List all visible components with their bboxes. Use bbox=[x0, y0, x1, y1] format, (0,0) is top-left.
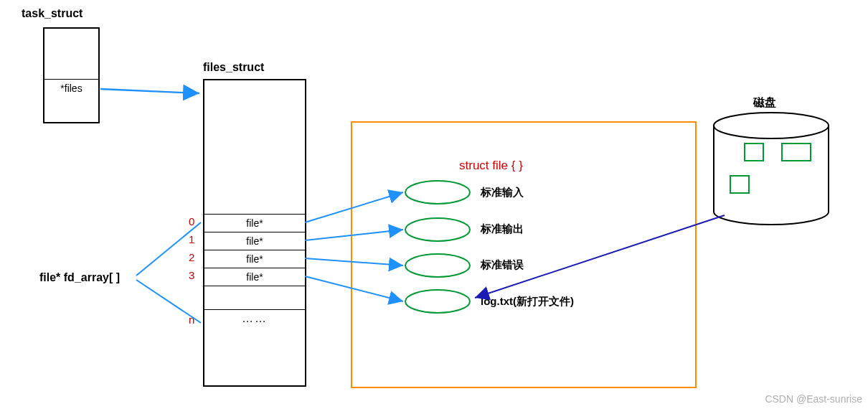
svg-point-0 bbox=[714, 113, 829, 138]
task-struct-box: *files bbox=[43, 27, 100, 123]
fd-row-1: file* bbox=[204, 232, 305, 250]
ellipse-stdout bbox=[405, 218, 470, 241]
disk-icon bbox=[714, 113, 829, 225]
ellipse-stderr bbox=[405, 254, 470, 277]
arrow-fd3 bbox=[305, 276, 403, 301]
fd-index-0: 0 bbox=[189, 215, 194, 227]
label-stdout: 标准输出 bbox=[481, 222, 524, 236]
arrow-fd1 bbox=[305, 230, 403, 240]
fd-index-2: 2 bbox=[189, 251, 194, 263]
title-task-struct: task_struct bbox=[22, 7, 82, 20]
disk-file-3 bbox=[730, 176, 749, 193]
fd-row-2: file* bbox=[204, 250, 305, 268]
diagram-svg bbox=[0, 0, 868, 409]
files-struct-box: file* file* file* file* …… bbox=[203, 79, 306, 387]
ellipse-logtxt bbox=[405, 290, 470, 313]
fd-index-1: 1 bbox=[189, 233, 194, 245]
task-struct-files-ptr: *files bbox=[44, 79, 98, 97]
fd-index-3: 3 bbox=[189, 269, 194, 281]
disk-file-1 bbox=[745, 144, 763, 161]
fd-row-0: file* bbox=[204, 214, 305, 232]
fd-row-3: file* bbox=[204, 268, 305, 286]
title-disk: 磁盘 bbox=[753, 95, 776, 111]
disk-file-2 bbox=[782, 144, 811, 161]
line-fdarray-top bbox=[136, 222, 201, 276]
arrow-fd2 bbox=[305, 258, 403, 265]
fd-row-n: …… bbox=[204, 309, 305, 327]
label-logtxt: log.txt(新打开文件) bbox=[481, 295, 574, 309]
label-stdin: 标准输入 bbox=[481, 186, 524, 199]
arrow-task-to-files bbox=[100, 89, 199, 93]
watermark: CSDN @East-sunrise bbox=[765, 393, 862, 405]
fd-index-n: n bbox=[189, 314, 194, 326]
label-stderr: 标准错误 bbox=[481, 258, 524, 272]
arrow-fd0 bbox=[305, 192, 403, 222]
ellipse-stdin bbox=[405, 181, 470, 204]
label-fd-array: file* fd_array[ ] bbox=[39, 271, 120, 284]
title-files-struct: files_struct bbox=[203, 61, 264, 74]
container-box bbox=[352, 122, 696, 387]
label-struct-file: struct file { } bbox=[459, 159, 523, 173]
